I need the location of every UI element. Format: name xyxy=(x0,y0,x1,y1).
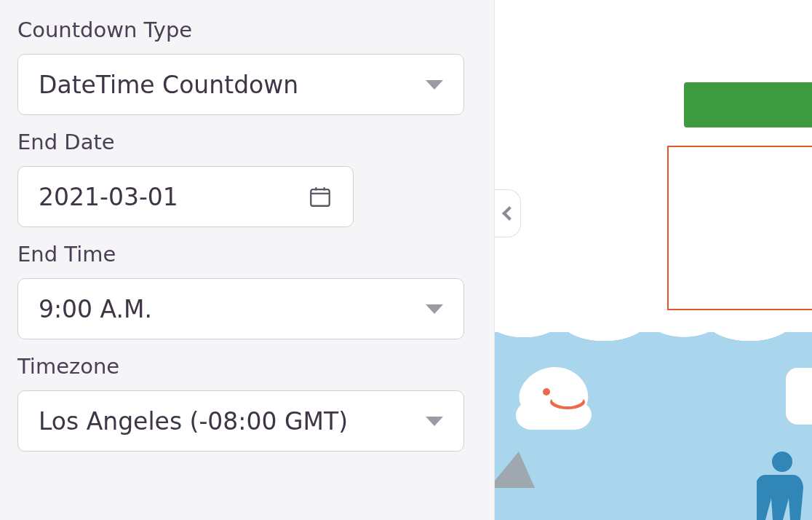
timezone-field: Timezone Los Angeles (-08:00 GMT) xyxy=(17,354,477,452)
svg-rect-0 xyxy=(311,189,330,206)
end-date-input[interactable]: 2021-03-01 xyxy=(17,166,354,227)
end-time-field: End Time 9:00 A.M. xyxy=(17,242,477,339)
calendar-icon xyxy=(308,184,333,209)
preview-selected-element[interactable] xyxy=(667,146,812,310)
preview-green-button xyxy=(684,82,812,127)
end-time-value: 9:00 A.M. xyxy=(39,295,426,323)
preview-white-card xyxy=(786,368,812,425)
timezone-value: Los Angeles (-08:00 GMT) xyxy=(39,407,426,436)
svg-point-6 xyxy=(543,388,550,395)
settings-sidebar: Countdown Type DateTime Countdown End Da… xyxy=(0,0,495,520)
chevron-down-icon xyxy=(426,304,443,314)
timezone-select[interactable]: Los Angeles (-08:00 GMT) xyxy=(17,390,464,452)
chevron-left-icon xyxy=(502,206,517,221)
end-date-value: 2021-03-01 xyxy=(39,183,308,211)
end-time-label: End Time xyxy=(17,242,477,267)
preview-wave xyxy=(495,319,812,363)
svg-point-5 xyxy=(552,390,584,406)
end-date-label: End Date xyxy=(17,130,477,154)
countdown-type-value: DateTime Countdown xyxy=(39,71,426,99)
countdown-type-field: Countdown Type DateTime Countdown xyxy=(17,17,477,115)
collapse-sidebar-button[interactable] xyxy=(495,189,521,237)
countdown-type-select[interactable]: DateTime Countdown xyxy=(17,54,464,115)
cloud-character-icon xyxy=(511,360,598,440)
end-time-select[interactable]: 9:00 A.M. xyxy=(17,278,464,339)
countdown-type-label: Countdown Type xyxy=(17,17,477,42)
chevron-down-icon xyxy=(426,417,443,426)
preview-canvas xyxy=(495,0,812,520)
chevron-down-icon xyxy=(426,80,443,90)
person-silhouette-icon xyxy=(757,452,808,520)
end-date-field: End Date 2021-03-01 xyxy=(17,130,477,227)
timezone-label: Timezone xyxy=(17,354,477,379)
